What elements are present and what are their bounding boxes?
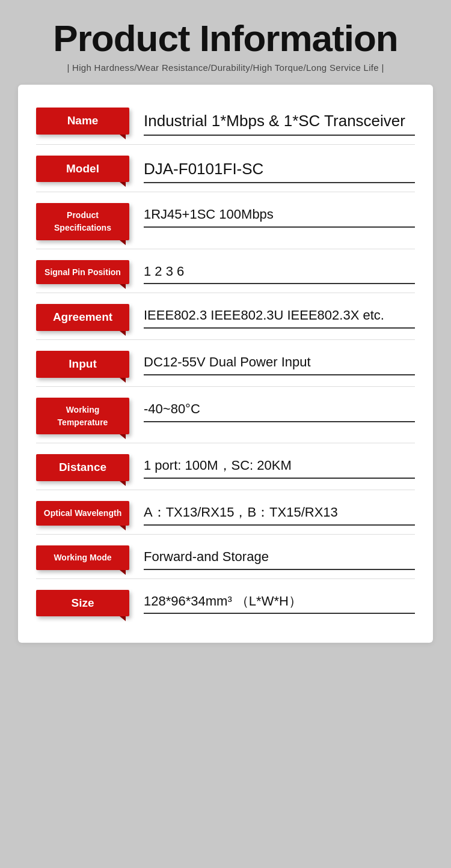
value-area-distance: 1 port: 100M，SC: 20KM: [144, 454, 415, 479]
row-input: InputDC12-55V Dual Power Input: [36, 340, 415, 387]
label-optical-wavelength: Optical Wavelength: [36, 501, 129, 526]
product-info-card: NameIndustrial 1*Mbps & 1*SC Transceiver…: [18, 85, 433, 643]
label-agreement: Agreement: [36, 304, 129, 331]
value-name: Industrial 1*Mbps & 1*SC Transceiver: [144, 110, 415, 135]
value-area-size: 128*96*34mm³ （L*W*H）: [144, 590, 415, 615]
page-subtitle: | High Hardness/Wear Resistance/Durabili…: [24, 62, 427, 73]
value-area-model: DJA-F0101FI-SC: [144, 156, 415, 183]
row-working-mode: Working ModeForward-and Storage: [36, 535, 415, 579]
label-working-temperature: Working Temperature: [36, 398, 129, 435]
label-size: Size: [36, 590, 129, 617]
row-product-specifications: Product Specifications1RJ45+1SC 100Mbps: [36, 192, 415, 249]
label-input: Input: [36, 351, 129, 378]
value-area-agreement: IEEE802.3 IEEE802.3U IEEE802.3X etc.: [144, 304, 415, 329]
row-signal-pin-position: Signal Pin Position1 2 3 6: [36, 249, 415, 294]
value-working-temperature: -40~80°C: [144, 400, 415, 422]
label-working-mode: Working Mode: [36, 545, 129, 570]
value-area-working-temperature: -40~80°C: [144, 398, 415, 422]
row-distance: Distance1 port: 100M，SC: 20KM: [36, 443, 415, 490]
value-signal-pin-position: 1 2 3 6: [144, 263, 415, 285]
value-size: 128*96*34mm³ （L*W*H）: [144, 592, 415, 615]
value-working-mode: Forward-and Storage: [144, 548, 415, 570]
label-model: Model: [36, 156, 129, 183]
page-title: Product Information: [24, 18, 427, 59]
value-input: DC12-55V Dual Power Input: [144, 353, 415, 375]
value-area-optical-wavelength: A：TX13/RX15，B：TX15/RX13: [144, 501, 415, 526]
value-area-working-mode: Forward-and Storage: [144, 545, 415, 570]
row-name: NameIndustrial 1*Mbps & 1*SC Transceiver: [36, 97, 415, 144]
value-product-specifications: 1RJ45+1SC 100Mbps: [144, 205, 415, 228]
row-working-temperature: Working Temperature-40~80°C: [36, 387, 415, 444]
row-optical-wavelength: Optical WavelengthA：TX13/RX15，B：TX15/RX1…: [36, 490, 415, 535]
row-size: Size128*96*34mm³ （L*W*H）: [36, 579, 415, 625]
label-distance: Distance: [36, 454, 129, 481]
value-model: DJA-F0101FI-SC: [144, 158, 415, 183]
label-signal-pin-position: Signal Pin Position: [36, 260, 129, 285]
row-agreement: AgreementIEEE802.3 IEEE802.3U IEEE802.3X…: [36, 293, 415, 340]
label-name: Name: [36, 108, 129, 135]
value-agreement: IEEE802.3 IEEE802.3U IEEE802.3X etc.: [144, 306, 415, 329]
value-optical-wavelength: A：TX13/RX15，B：TX15/RX13: [144, 503, 415, 526]
value-distance: 1 port: 100M，SC: 20KM: [144, 457, 415, 479]
label-product-specifications: Product Specifications: [36, 203, 129, 240]
value-area-product-specifications: 1RJ45+1SC 100Mbps: [144, 203, 415, 228]
value-area-input: DC12-55V Dual Power Input: [144, 351, 415, 375]
page-header: Product Information | High Hardness/Wear…: [0, 18, 451, 73]
value-area-name: Industrial 1*Mbps & 1*SC Transceiver: [144, 108, 415, 135]
row-model: ModelDJA-F0101FI-SC: [36, 145, 415, 192]
value-area-signal-pin-position: 1 2 3 6: [144, 260, 415, 285]
